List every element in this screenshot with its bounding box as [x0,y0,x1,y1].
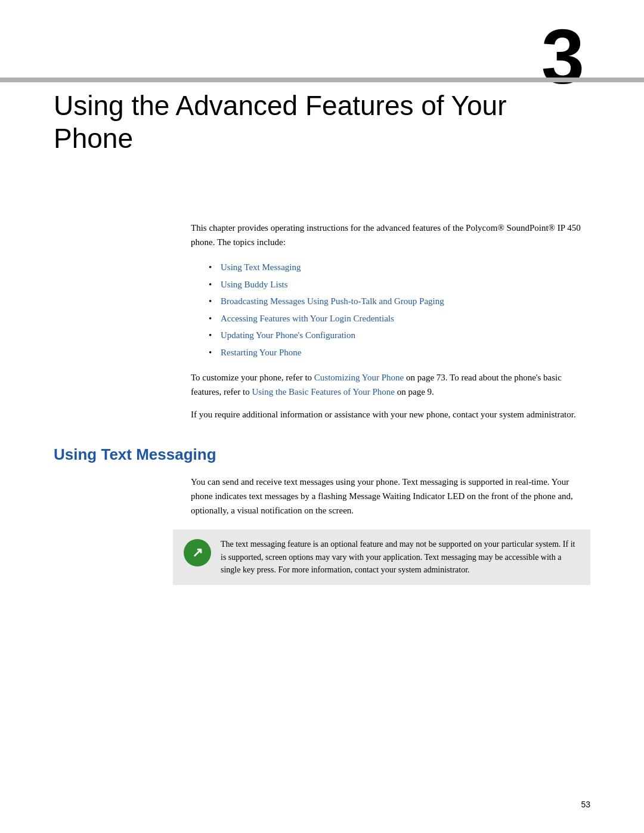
intro-paragraph: This chapter provides operating instruct… [191,221,590,249]
section-body-text-messaging: You can send and receive text messages u… [191,475,590,518]
list-item: Updating Your Phone's Configuration [209,327,590,344]
topic-link-text-messaging[interactable]: Using Text Messaging [221,262,301,272]
topics-list: Using Text Messaging Using Buddy Lists B… [209,259,590,361]
chapter-number: 3 [541,18,584,95]
topic-link-buddy-lists[interactable]: Using Buddy Lists [221,280,288,289]
note-icon: ↗ [184,539,211,566]
main-content: This chapter provides operating instruct… [54,221,590,585]
chapter-title: Using the Advanced Features of Your Phon… [54,89,590,155]
note-icon-symbol: ↗ [192,546,203,559]
customize-prefix: To customize your phone, refer to [191,373,314,382]
list-item: Restarting Your Phone [209,344,590,361]
note-box: ↗ The text messaging feature is an optio… [173,529,590,585]
list-item: Using Buddy Lists [209,276,590,293]
topic-link-login-credentials[interactable]: Accessing Features with Your Login Crede… [221,314,394,323]
basic-page: on page 9. [395,387,434,397]
page-number: 53 [581,800,590,809]
assistance-paragraph: If you require additional information or… [191,407,590,422]
section-heading-text-messaging: Using Text Messaging [54,445,590,464]
customize-paragraph: To customize your phone, refer to Custom… [191,370,590,399]
list-item: Broadcasting Messages Using Push-to-Talk… [209,293,590,310]
list-item: Accessing Features with Your Login Crede… [209,310,590,327]
topic-link-configuration[interactable]: Updating Your Phone's Configuration [221,330,355,340]
topic-link-broadcasting[interactable]: Broadcasting Messages Using Push-to-Talk… [221,296,444,306]
topic-link-restarting[interactable]: Restarting Your Phone [221,348,301,357]
note-text: The text messaging feature is an optiona… [221,538,580,577]
customizing-link[interactable]: Customizing Your Phone [314,373,404,382]
list-item: Using Text Messaging [209,259,590,276]
page: 3 Using the Advanced Features of Your Ph… [0,0,644,833]
basic-features-link[interactable]: Using the Basic Features of Your Phone [252,387,395,397]
top-bar-divider [0,78,644,82]
